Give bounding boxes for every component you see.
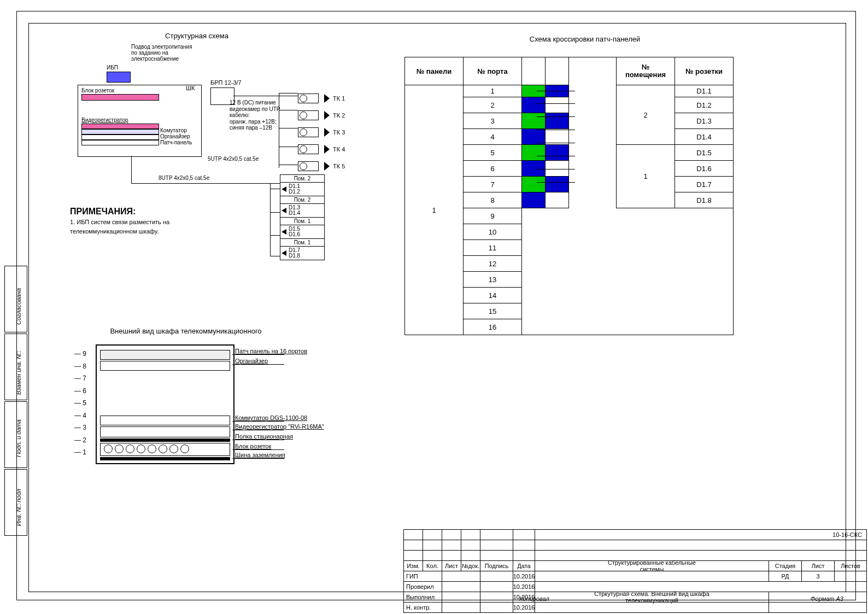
switch-label: Комутатор <box>160 127 187 133</box>
rack-ground <box>100 457 230 460</box>
cross-table: № панели № порта № помещения № розетки 1… <box>404 57 734 335</box>
patch-label: Патч-панель <box>160 139 192 145</box>
tab-label: Инв. N□ подл <box>15 489 22 526</box>
rack-outline <box>96 344 234 464</box>
notes-text: 1. ИБП систем связи разместить на телеко… <box>70 218 169 236</box>
brp-note: 12 В (DC) питание видеокамер по UTP кабе… <box>230 100 280 131</box>
rack-sockets <box>100 443 230 456</box>
camera-label: ТК 3 <box>333 129 345 136</box>
brp-label: БРП 12-3/7 <box>210 79 242 86</box>
cabinet-code: ШК <box>186 85 195 91</box>
cross-title: Схема кроссировки патч-панелей <box>492 35 678 43</box>
tab-label: Согласована <box>15 288 22 325</box>
rack-organizer <box>100 361 230 371</box>
camera-list: ТК 1 ТК 2 ТК 3 ТК 4 ТК 5 <box>298 86 345 178</box>
cable-utp5: 5UTP 4x2x0,5 cat.5e <box>208 156 259 162</box>
left-margin-tabs: Согласована Взамен инв. N□ Подп. и дата … <box>4 266 27 537</box>
camera-label: ТК 1 <box>333 95 345 102</box>
footer-format: Формат А3 <box>811 595 843 602</box>
outlet-block-icon <box>81 94 159 101</box>
organizer-label: Органайзер <box>160 133 190 139</box>
ups-label: ИБП <box>107 65 118 71</box>
outlet-block-label: Блок розеток <box>81 87 114 93</box>
rack-title: Внешний вид шкафа телекоммуникационного <box>93 327 279 335</box>
tab-label: Взамен инв. N□ <box>15 351 22 395</box>
dvr-label: Видеорегистратор <box>81 117 128 123</box>
cable-utp8: 8UTP 4x2x0,5 cat.5e <box>159 175 209 181</box>
tab-label: Подп. и дата <box>15 419 22 457</box>
rack-numbers: — 9— 8— 7— 6— 5— 4— 3— 2— 1 <box>70 348 86 459</box>
struct-title: Структурная схема <box>142 32 251 40</box>
footer-copy: Копировал <box>519 595 549 602</box>
rack-shelf <box>100 438 230 442</box>
camera-label: ТК 2 <box>333 112 345 119</box>
title-block: 10-16-СКС Изм.Кол.Лист№док.ПодписьДата С… <box>403 529 867 613</box>
power-supply-note: Подвод электропитания по заданию на элек… <box>131 44 192 62</box>
cabinet-box: Блок розеток Видеорегистратор Комутатор … <box>78 85 202 157</box>
rack-patch-panel <box>100 350 230 360</box>
rack-switch <box>100 416 230 425</box>
room-ports: Пом. 2D1.1 D1.2 Пом. 2D1.3 D1.4 Пом. 1D1… <box>280 174 325 260</box>
camera-label: ТК 4 <box>333 146 345 153</box>
rack-dvr <box>100 426 230 437</box>
ups-icon <box>107 72 131 83</box>
notes-heading: ПРИМЕЧАНИЯ: <box>70 207 136 217</box>
camera-label: ТК 5 <box>333 163 345 169</box>
